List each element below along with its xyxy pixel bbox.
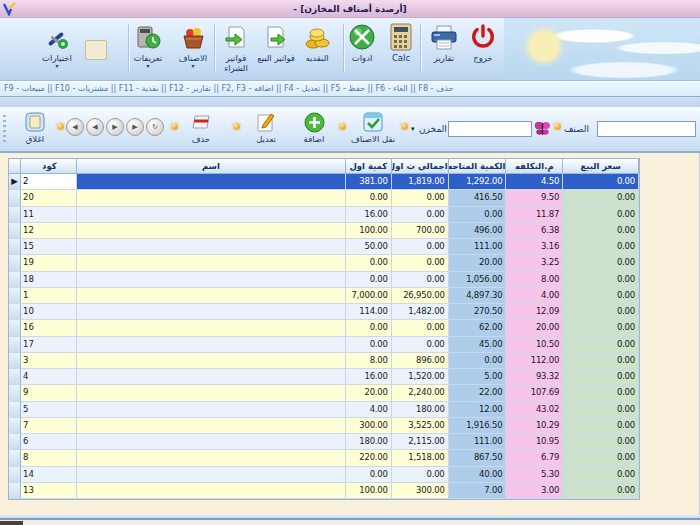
nav-previous-button[interactable]: ◀ [86, 118, 104, 136]
table-row[interactable]: 180.000.001,056.008.000.00 [9, 272, 639, 288]
butterfly-icon[interactable] [534, 120, 551, 137]
nav-last-button[interactable]: ▶ [126, 118, 144, 136]
blank-toolbar-box[interactable] [85, 40, 107, 60]
cell-qty-first[interactable]: 8.00 [346, 353, 392, 369]
store-input[interactable] [448, 121, 532, 137]
cell-total-first[interactable]: 180.00 [392, 402, 449, 418]
cell-total-first[interactable]: 2,240.00 [392, 385, 449, 401]
cell-sale-price[interactable]: 0.00 [563, 402, 639, 418]
cell-qty-first[interactable]: 16.00 [346, 207, 392, 223]
cell-code[interactable]: 18 [21, 272, 77, 288]
calc-button[interactable]: Calc [378, 21, 424, 63]
cell-total-first[interactable]: 2,115.00 [392, 434, 449, 450]
cell-name[interactable] [77, 337, 346, 353]
cell-name[interactable] [77, 418, 346, 434]
cell-unit-cost[interactable]: 5.30 [506, 467, 563, 483]
column-header-name[interactable]: اسم [77, 159, 346, 174]
cell-qty-first[interactable]: 100.00 [346, 223, 392, 239]
cell-unit-cost[interactable]: 11.87 [506, 207, 563, 223]
table-row[interactable]: 200.000.00416.509.500.00 [9, 190, 639, 206]
move-items-button[interactable]: نقل الاصناف [348, 110, 398, 144]
cell-total-first[interactable]: 0.00 [392, 207, 449, 223]
cell-name[interactable] [77, 207, 346, 223]
row-indicator[interactable] [9, 190, 21, 206]
delete-button[interactable]: حذف [184, 110, 218, 144]
cell-qty-first[interactable]: 0.00 [346, 320, 392, 336]
cell-total-first[interactable]: 0.00 [392, 320, 449, 336]
cell-code[interactable]: 9 [21, 385, 77, 401]
cell-sale-price[interactable]: 0.00 [563, 418, 639, 434]
cell-code[interactable]: 12 [21, 223, 77, 239]
cell-total-first[interactable]: 0.00 [392, 239, 449, 255]
close-button[interactable]: اغلاق [16, 110, 54, 144]
cell-qty-first[interactable]: 114.00 [346, 304, 392, 320]
cell-total-first[interactable]: 896.00 [392, 353, 449, 369]
cell-name[interactable] [77, 304, 346, 320]
cell-qty-first[interactable]: 0.00 [346, 467, 392, 483]
cell-unit-cost[interactable]: 9.50 [506, 190, 563, 206]
cell-qty-available[interactable]: 7.00 [449, 483, 507, 499]
cell-sale-price[interactable]: 0.00 [563, 239, 639, 255]
cell-total-first[interactable]: 300.00 [392, 483, 449, 499]
table-row[interactable]: 10114.001,482.00270.5012.090.00 [9, 304, 639, 320]
cell-sale-price[interactable]: 0.00 [563, 483, 639, 499]
row-indicator[interactable] [9, 402, 21, 418]
cell-qty-available[interactable]: 40.00 [449, 467, 507, 483]
cell-unit-cost[interactable]: 107.69 [506, 385, 563, 401]
cell-unit-cost[interactable]: 10.50 [506, 337, 563, 353]
cell-code[interactable]: 16 [21, 320, 77, 336]
cell-name[interactable] [77, 483, 346, 499]
cell-name[interactable] [77, 320, 346, 336]
row-indicator[interactable] [9, 353, 21, 369]
cell-qty-first[interactable]: 180.00 [346, 434, 392, 450]
cell-name[interactable] [77, 450, 346, 466]
store-dropdown-caret-icon[interactable]: ▾ [411, 125, 415, 133]
cell-sale-price[interactable]: 0.00 [563, 174, 639, 190]
options-button[interactable]: اختيارات ▾ [34, 21, 80, 68]
cell-name[interactable] [77, 272, 346, 288]
cell-sale-price[interactable]: 0.00 [563, 207, 639, 223]
sales-invoices-button[interactable]: فواتير البيع [253, 21, 299, 63]
cell-sale-price[interactable]: 0.00 [563, 223, 639, 239]
cell-unit-cost[interactable]: 10.95 [506, 434, 563, 450]
row-indicator[interactable] [9, 337, 21, 353]
cell-unit-cost[interactable]: 8.00 [506, 272, 563, 288]
title-bar[interactable]: [أرصدة أصناف المخازن] - [0, 0, 700, 18]
row-indicator[interactable] [9, 369, 21, 385]
cell-qty-available[interactable]: 62.00 [449, 320, 507, 336]
cell-name[interactable] [77, 174, 346, 190]
cell-unit-cost[interactable]: 6.38 [506, 223, 563, 239]
column-header-qty-available[interactable]: الكمية المتاحه [449, 159, 507, 174]
cell-qty-available[interactable]: 416.50 [449, 190, 507, 206]
row-indicator[interactable] [9, 450, 21, 466]
items-button[interactable]: الاصناف ▾ [170, 21, 216, 68]
cell-qty-available[interactable]: 20.00 [449, 255, 507, 271]
cell-qty-available[interactable]: 0.00 [449, 207, 507, 223]
cell-unit-cost[interactable]: 93.32 [506, 369, 563, 385]
definitions-button[interactable]: تعريفات ▾ [125, 21, 171, 68]
row-indicator[interactable] [9, 223, 21, 239]
cell-unit-cost[interactable]: 4.50 [506, 174, 563, 190]
cell-sale-price[interactable]: 0.00 [563, 190, 639, 206]
cell-name[interactable] [77, 467, 346, 483]
cell-name[interactable] [77, 239, 346, 255]
table-row[interactable]: 12100.00700.00496.006.380.00 [9, 223, 639, 239]
cell-total-first[interactable]: 700.00 [392, 223, 449, 239]
cell-unit-cost[interactable]: 4.00 [506, 288, 563, 304]
toolbar-grip-handle[interactable] [3, 115, 6, 145]
add-button[interactable]: اضافة [296, 110, 332, 144]
row-indicator[interactable] [9, 288, 21, 304]
table-row[interactable]: ▶2381.001,819.001,292.004.500.00 [9, 174, 639, 190]
column-header-sale-price[interactable]: سعر البيع [563, 159, 639, 174]
cell-qty-available[interactable]: 1,056.00 [449, 272, 507, 288]
table-row[interactable]: 190.000.0020.003.250.00 [9, 255, 639, 271]
cell-qty-first[interactable]: 0.00 [346, 337, 392, 353]
cell-qty-first[interactable]: 300.00 [346, 418, 392, 434]
cell-code[interactable]: 1 [21, 288, 77, 304]
cell-sale-price[interactable]: 0.00 [563, 369, 639, 385]
cell-qty-first[interactable]: 0.00 [346, 272, 392, 288]
cell-code[interactable]: 20 [21, 190, 77, 206]
cell-sale-price[interactable]: 0.00 [563, 320, 639, 336]
row-indicator[interactable] [9, 320, 21, 336]
cell-qty-first[interactable]: 100.00 [346, 483, 392, 499]
